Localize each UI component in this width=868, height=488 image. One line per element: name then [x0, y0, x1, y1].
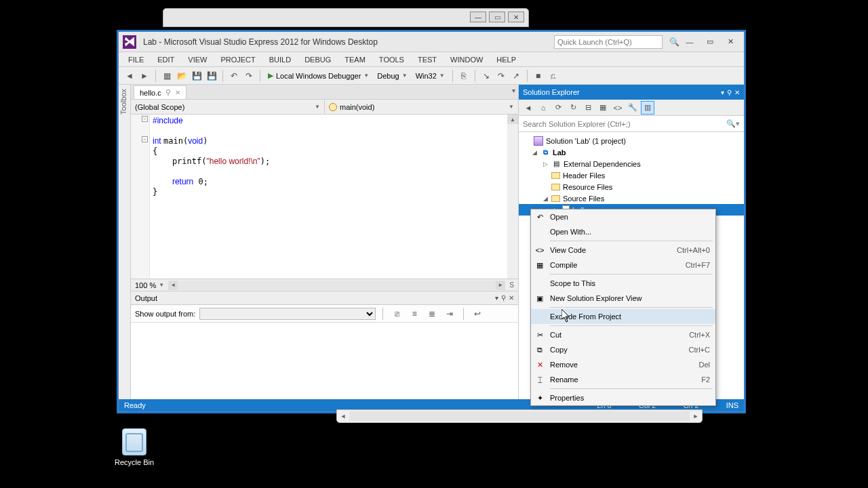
- menu-tools[interactable]: TOOLS: [372, 54, 411, 65]
- sol-showall-button[interactable]: ▦: [596, 101, 610, 115]
- sol-preview-button[interactable]: ▥: [641, 101, 654, 115]
- solution-explorer-titlebar[interactable]: Solution Explorer ▾ ⚲ ✕: [519, 85, 744, 100]
- tab-hello-c[interactable]: hello.c ⚲ ✕: [134, 85, 186, 99]
- quick-launch-box[interactable]: [554, 35, 663, 49]
- menu-view[interactable]: VIEW: [181, 54, 214, 65]
- ctx-compile[interactable]: ▦CompileCtrl+F7: [531, 258, 715, 272]
- output-text-area[interactable]: [131, 323, 518, 399]
- ctx-cut[interactable]: ✂CutCtrl+X: [531, 327, 715, 342]
- sol-sync-button[interactable]: ⟳: [551, 101, 565, 115]
- pin-icon[interactable]: ⚲: [165, 88, 171, 97]
- output-pin-icon[interactable]: ⚲: [501, 294, 506, 302]
- solution-search-box[interactable]: 🔍▾: [519, 116, 744, 132]
- ctx-scope-to-this[interactable]: Scope to This: [531, 276, 715, 291]
- ctx-exclude-from-project[interactable]: Exclude From Project: [531, 309, 715, 324]
- new-project-button[interactable]: ▦: [160, 69, 174, 83]
- menu-debug[interactable]: DEBUG: [298, 54, 338, 65]
- config-dropdown[interactable]: Debug▼: [374, 69, 410, 83]
- bg-max-button[interactable]: ▭: [489, 12, 505, 22]
- save-button[interactable]: 💾: [190, 69, 203, 83]
- collapse-toggle[interactable]: −: [142, 136, 148, 142]
- zoom-level[interactable]: 100 %: [135, 281, 156, 289]
- ctx-rename[interactable]: ⌶RenameF2: [531, 372, 715, 387]
- ctx-remove[interactable]: ✕RemoveDel: [531, 357, 715, 372]
- close-button[interactable]: ✕: [721, 35, 740, 49]
- save-all-button[interactable]: 💾: [205, 69, 218, 83]
- quick-launch-input[interactable]: [555, 38, 662, 46]
- ctx-open-with-[interactable]: Open With...: [531, 224, 715, 239]
- redo-button[interactable]: ↷: [242, 69, 256, 83]
- tab-close-icon[interactable]: ✕: [175, 89, 180, 96]
- search-icon[interactable]: 🔍: [668, 36, 680, 48]
- output-toggle-a[interactable]: ≡: [408, 307, 421, 321]
- bg-close-button[interactable]: ✕: [508, 12, 524, 22]
- ctx-open[interactable]: ↶Open: [531, 209, 715, 224]
- scroll-right-icon[interactable]: ►: [496, 281, 505, 290]
- horizontal-scrollbar[interactable]: ◄ ►: [168, 281, 505, 290]
- tree-solution-node[interactable]: Solution 'Lab' (1 project): [519, 135, 744, 146]
- ctx-copy[interactable]: ⧉CopyCtrl+C: [531, 342, 715, 357]
- nav-back-button[interactable]: ◄: [123, 69, 136, 83]
- stop-button[interactable]: ■: [532, 69, 545, 83]
- vertical-scrollbar[interactable]: ▲: [507, 115, 518, 279]
- output-close-icon[interactable]: ✕: [509, 294, 514, 302]
- collapse-toggle[interactable]: −: [142, 116, 148, 122]
- sol-refresh-button[interactable]: ↻: [566, 101, 580, 115]
- step-out-button[interactable]: ↗: [509, 69, 523, 83]
- output-wrap-button[interactable]: ↩: [471, 307, 484, 321]
- menu-build[interactable]: BUILD: [262, 54, 298, 65]
- menu-team[interactable]: TEAM: [338, 54, 372, 65]
- output-dropdown-icon[interactable]: ▾: [495, 294, 498, 302]
- recycle-bin[interactable]: Recycle Bin: [114, 428, 155, 466]
- code-editor[interactable]: − − #include int main(void) { printf("he…: [131, 115, 518, 279]
- start-debug-button[interactable]: ▶ Local Windows Debugger ▼: [264, 69, 372, 83]
- scroll-right-icon[interactable]: ►: [690, 410, 702, 422]
- output-toggle-b[interactable]: ≣: [425, 307, 439, 321]
- bg-min-button[interactable]: —: [470, 12, 486, 22]
- menu-test[interactable]: TEST: [411, 54, 443, 65]
- sol-home-button[interactable]: ⌂: [536, 101, 550, 115]
- tab-overflow-button[interactable]: ▾: [512, 87, 515, 94]
- panel-pin-icon[interactable]: ⚲: [727, 89, 732, 96]
- sol-collapse-button[interactable]: ⊟: [581, 101, 595, 115]
- ctx-view-code[interactable]: <>View CodeCtrl+Alt+0: [531, 243, 715, 258]
- toolbar-btn-a[interactable]: ⎘: [457, 69, 471, 83]
- menu-edit[interactable]: EDIT: [151, 54, 181, 65]
- context-menu[interactable]: ↶OpenOpen With...<>View CodeCtrl+Alt+0▦C…: [530, 209, 716, 406]
- panel-dropdown-icon[interactable]: ▾: [721, 89, 724, 96]
- sol-viewcode-icon[interactable]: <>: [611, 101, 625, 115]
- toolbox-tab[interactable]: Toolbox: [119, 85, 131, 399]
- ctx-properties[interactable]: ✦Properties: [531, 390, 715, 405]
- tree-folder-source-files[interactable]: ◢ Source Files: [519, 192, 744, 204]
- scope-dropdown-right[interactable]: main(void) ▼: [325, 100, 518, 114]
- tree-folder-header-files[interactable]: Header Files: [519, 169, 744, 181]
- scroll-left-icon[interactable]: ◄: [168, 281, 178, 290]
- tree-folder-external-deps[interactable]: ▷▤ External Dependencies: [519, 158, 744, 169]
- output-source-dropdown[interactable]: [199, 308, 376, 320]
- scroll-left-icon[interactable]: ◄: [337, 410, 349, 422]
- output-clear-button[interactable]: ⎚: [390, 307, 403, 321]
- platform-dropdown[interactable]: Win32▼: [412, 69, 448, 83]
- menu-file[interactable]: FILE: [121, 54, 151, 65]
- step-into-button[interactable]: ↘: [479, 69, 493, 83]
- background-window-scrollbar[interactable]: ◄ ►: [336, 409, 703, 423]
- menu-help[interactable]: HELP: [490, 54, 523, 65]
- solution-search-input[interactable]: [523, 120, 726, 128]
- toolbar-btn-b[interactable]: ⎌: [547, 69, 560, 83]
- maximize-button[interactable]: ▭: [701, 35, 719, 49]
- minimize-button[interactable]: —: [680, 35, 699, 49]
- tree-folder-resource-files[interactable]: Resource Files: [519, 181, 744, 192]
- sol-properties-button[interactable]: 🔧: [626, 101, 639, 115]
- nav-fwd-button[interactable]: ►: [138, 69, 151, 83]
- undo-button[interactable]: ↶: [227, 69, 241, 83]
- menu-window[interactable]: WINDOW: [443, 54, 490, 65]
- open-file-button[interactable]: 📂: [175, 69, 189, 83]
- titlebar[interactable]: Lab - Microsoft Visual Studio Express 20…: [119, 32, 744, 52]
- output-toggle-c[interactable]: ⇥: [443, 307, 456, 321]
- tree-project-node[interactable]: ◢⧉ Lab: [519, 146, 744, 158]
- step-over-button[interactable]: ↷: [494, 69, 508, 83]
- scroll-up-icon[interactable]: ▲: [507, 115, 518, 124]
- search-icon[interactable]: 🔍▾: [726, 119, 740, 128]
- panel-close-icon[interactable]: ✕: [734, 89, 740, 96]
- menu-project[interactable]: PROJECT: [214, 54, 262, 65]
